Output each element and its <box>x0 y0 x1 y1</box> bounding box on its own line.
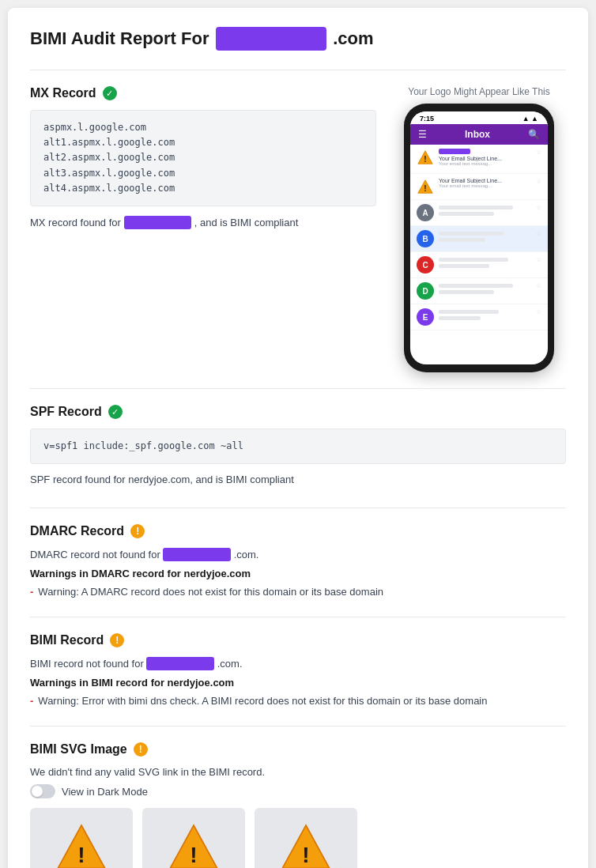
dark-mode-toggle: View in Dark Mode <box>30 784 566 798</box>
page-container: BIMI Audit Report For ████████ .com MX R… <box>8 8 588 868</box>
svg-text:!: ! <box>77 843 85 867</box>
bimi-warning-text-1: Warning: Error with bimi dns check. A BI… <box>38 695 487 707</box>
mx-code-line-5: alt4.aspmx.l.google.com <box>43 181 363 196</box>
email-row-3: A ☆ <box>410 200 548 226</box>
toggle-knob <box>32 786 43 797</box>
star-icon-7: ☆ <box>536 308 541 315</box>
svg-text:!: ! <box>424 184 426 193</box>
email-row-1: ! Your Email Subject Line... Your email … <box>410 145 548 174</box>
bimi-record-title: BIMI Record <box>30 633 104 647</box>
page-title: BIMI Audit Report For ████████ .com <box>30 27 566 51</box>
bimi-svg-header: BIMI SVG Image ! <box>30 742 566 757</box>
bimi-svg-section: BIMI SVG Image ! We didn't find any vali… <box>30 726 566 868</box>
bimi-svg-title: BIMI SVG Image <box>30 742 127 757</box>
phone-inbox-title: Inbox <box>465 129 490 140</box>
dmarc-warnings-title: Warnings in DMARC record for nerdyjoe.co… <box>30 568 566 579</box>
warn-svg-icon-2: ! <box>166 820 221 868</box>
svg-text:!: ! <box>190 843 197 867</box>
phone-screen: 7:15 ▲ ▲ ☰ Inbox 🔍 <box>410 111 548 364</box>
dmarc-warn-icon: ! <box>130 524 145 538</box>
bimi-warnings-title: Warnings in BIMI record for nerdyjoe.com <box>30 677 566 689</box>
email-row-6: D ☆ <box>410 278 548 304</box>
spf-record-section: SPF Record ✓ v=spf1 include:_spf.google.… <box>30 388 566 508</box>
domain-highlight: ████████ <box>216 27 327 51</box>
dmarc-warning-text-1: Warning: A DMARC record does not exist f… <box>38 586 383 598</box>
warning-dash-1: - <box>30 586 33 598</box>
warn-svg-icon-3: ! <box>278 820 334 868</box>
warn-svg-icon-1: ! <box>54 820 109 868</box>
email-content-3 <box>439 204 531 216</box>
image-previews: ! ! ! <box>30 808 566 868</box>
mx-record-section: MX Record ✓ aspmx.l.google.com alt1.aspm… <box>30 70 566 388</box>
phone-status-bar: 7:15 ▲ ▲ <box>410 111 548 124</box>
dmarc-record-title: DMARC Record <box>30 524 124 538</box>
mx-domain: ████████ <box>124 216 192 229</box>
spf-code-line: v=spf1 include:_spf.google.com ~all <box>43 439 553 454</box>
star-icon-1: ☆ <box>536 149 541 156</box>
dmarc-record-section: DMARC Record ! DMARC record not found fo… <box>30 508 566 617</box>
mx-check-icon: ✓ <box>103 86 117 100</box>
mx-status-text: MX record found for ████████ , and is BI… <box>30 216 376 229</box>
mx-code-line-1: aspmx.l.google.com <box>43 120 363 135</box>
mx-code-block: aspmx.l.google.com alt1.aspmx.l.google.c… <box>30 110 376 206</box>
spf-record-title: SPF Record <box>30 405 102 419</box>
dmarc-warning-1: - Warning: A DMARC record does not exist… <box>30 586 566 598</box>
mx-code-line-4: alt3.aspmx.l.google.com <box>43 166 363 181</box>
svg-text:!: ! <box>424 155 426 164</box>
email-preview-2: Your email text messag... <box>439 183 531 188</box>
bimi-warning-1: - Warning: Error with bimi dns check. A … <box>30 695 566 707</box>
image-preview-box-3: ! <box>255 808 357 868</box>
bimi-svg-no-valid-text: We didn't find any valid SVG link in the… <box>30 766 566 778</box>
email-content-5 <box>439 256 531 268</box>
warn-triangle-icon-1: ! <box>417 149 434 166</box>
phone-preview-side: Your Logo Might Appear Like This 7:15 ▲ … <box>392 86 566 372</box>
avatar-c: C <box>417 256 434 274</box>
spf-check-icon: ✓ <box>108 405 123 419</box>
phone-signal: ▲ ▲ <box>522 115 538 123</box>
email-preview-1: Your email text messag... <box>439 161 531 166</box>
bimi-warning-dash-1: - <box>30 695 33 707</box>
email-content-6 <box>439 282 531 294</box>
mx-record-header: MX Record ✓ <box>30 86 376 100</box>
email-row-2: ! Your Email Subject Line... Your email … <box>410 174 548 200</box>
svg-text:!: ! <box>302 843 309 867</box>
email-content-2: Your Email Subject Line... Your email te… <box>439 178 531 188</box>
warn-triangle-icon-2: ! <box>417 178 434 195</box>
email-content-7 <box>439 308 531 320</box>
spf-status-text: SPF record found for nerdyjoe.com, and i… <box>30 474 566 485</box>
avatar-e: E <box>417 308 434 326</box>
image-preview-box-2: ! <box>142 808 245 868</box>
bimi-domain: ████████ <box>146 657 214 670</box>
email-sender-1 <box>439 149 470 154</box>
dmarc-record-header: DMARC Record ! <box>30 524 566 538</box>
bimi-record-section: BIMI Record ! BIMI record not found for … <box>30 617 566 726</box>
star-icon-4: ☆ <box>536 230 541 237</box>
mx-record-main: MX Record ✓ aspmx.l.google.com alt1.aspm… <box>30 86 376 372</box>
avatar-b: B <box>417 230 434 247</box>
star-icon-2: ☆ <box>536 178 541 185</box>
star-icon-6: ☆ <box>536 282 541 289</box>
title-prefix: BIMI Audit Report For <box>30 28 209 49</box>
phone-time: 7:15 <box>420 115 434 123</box>
star-icon-5: ☆ <box>536 256 541 263</box>
email-subject-1: Your Email Subject Line... <box>439 156 531 161</box>
bimi-warn-icon: ! <box>110 633 124 647</box>
email-row-7: E ☆ <box>410 304 548 330</box>
email-row-5: C ☆ <box>410 252 548 278</box>
bimi-status-text: BIMI record not found for ████████ .com. <box>30 657 566 670</box>
star-icon-3: ☆ <box>536 204 541 211</box>
title-suffix: .com <box>333 28 373 49</box>
avatar-a: A <box>417 204 434 221</box>
mx-code-line-3: alt2.aspmx.l.google.com <box>43 150 363 165</box>
dark-mode-switch[interactable] <box>30 784 55 798</box>
mx-code-line-2: alt1.aspmx.l.google.com <box>43 135 363 150</box>
dmarc-domain: ████████ <box>163 548 231 561</box>
email-content-1: Your Email Subject Line... Your email te… <box>439 149 531 166</box>
email-subject-2: Your Email Subject Line... <box>439 178 531 183</box>
phone-search-icon: 🔍 <box>528 129 540 140</box>
avatar-d: D <box>417 282 434 300</box>
phone-mockup: 7:15 ▲ ▲ ☰ Inbox 🔍 <box>404 104 554 372</box>
bimi-svg-warn-icon: ! <box>134 742 148 757</box>
phone-nav-bar: ☰ Inbox 🔍 <box>410 124 548 145</box>
dark-mode-label: View in Dark Mode <box>62 786 148 798</box>
